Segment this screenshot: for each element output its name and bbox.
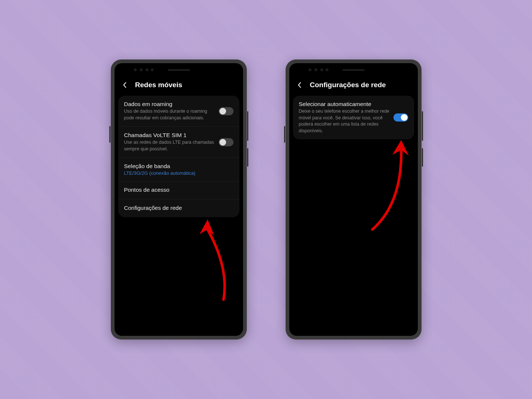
page-header: Redes móveis (115, 76, 243, 96)
back-button[interactable] (121, 81, 129, 89)
page-title: Configurações de rede (310, 81, 386, 89)
settings-list: Selecionar automaticamente Deixe o seu t… (293, 96, 414, 139)
svg-marker-1 (392, 140, 409, 156)
phone-screen: Configurações de rede Selecionar automat… (289, 63, 418, 336)
setting-title: Selecionar automaticamente (299, 101, 390, 108)
phone-side-button (284, 126, 285, 143)
background-pattern (0, 0, 532, 399)
setting-auto-select[interactable]: Selecionar automaticamente Deixe o seu t… (293, 96, 414, 139)
back-button[interactable] (296, 81, 303, 89)
setting-subtitle: Use as redes de dados LTE para chamadas … (124, 139, 215, 152)
phone-side-button (247, 111, 248, 141)
phone-speaker-area (289, 63, 418, 76)
setting-subtitle: Deixe o seu telefone escolher a melhor r… (299, 108, 390, 134)
settings-list: Dados em roaming Uso de dados móveis dur… (118, 96, 239, 217)
volte-toggle[interactable] (219, 138, 233, 146)
svg-marker-0 (200, 219, 214, 236)
annotation-arrow (361, 137, 413, 235)
toggle-knob (219, 108, 226, 115)
setting-title: Dados em roaming (124, 101, 215, 108)
phone-side-button (247, 148, 248, 167)
setting-title: Chamadas VoLTE SIM 1 (124, 132, 215, 139)
setting-band-selection[interactable]: Seleção de banda LTE/3G/2G (conexão auto… (118, 158, 239, 181)
chevron-left-icon (123, 82, 127, 88)
auto-select-toggle[interactable] (393, 113, 408, 122)
toggle-knob (401, 114, 407, 121)
setting-subtitle: Uso de dados móveis durante o roaming po… (124, 108, 215, 121)
setting-access-points[interactable]: Pontos de acesso (118, 181, 239, 200)
setting-network-config[interactable]: Configurações de rede (118, 200, 239, 217)
setting-volte[interactable]: Chamadas VoLTE SIM 1 Use as redes de dad… (118, 127, 239, 158)
phone-side-button (422, 111, 423, 141)
phone-side-button (422, 148, 423, 167)
phone-screen: Redes móveis Dados em roaming Uso de dad… (115, 63, 243, 336)
page-title: Redes móveis (135, 81, 183, 89)
page-header: Configurações de rede (289, 76, 418, 96)
annotation-arrow (192, 216, 236, 307)
setting-roaming[interactable]: Dados em roaming Uso de dados móveis dur… (118, 96, 239, 127)
setting-title: Seleção de banda (124, 163, 230, 170)
setting-title: Pontos de acesso (124, 187, 230, 193)
chevron-left-icon (297, 82, 301, 88)
toggle-knob (219, 139, 226, 146)
phone-mockup-right: Configurações de rede Selecionar automat… (286, 59, 422, 340)
phone-speaker-area (115, 63, 243, 76)
setting-value: LTE/3G/2G (conexão automática) (124, 170, 230, 176)
phone-side-button (109, 126, 110, 143)
roaming-toggle[interactable] (219, 107, 233, 115)
setting-title: Configurações de rede (124, 205, 230, 211)
phone-mockup-left: Redes móveis Dados em roaming Uso de dad… (111, 59, 247, 340)
